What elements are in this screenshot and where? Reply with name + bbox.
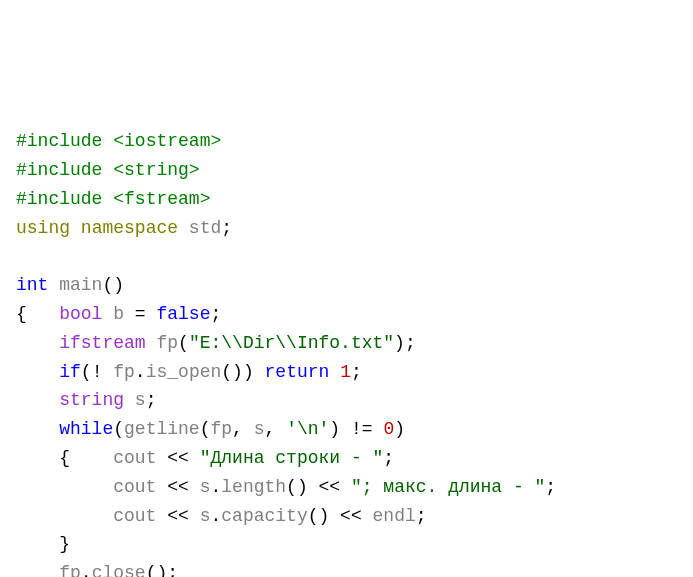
capacity-ident: capacity bbox=[221, 506, 307, 526]
string-literal-dlina: "Длина строки - " bbox=[200, 448, 384, 468]
fp-ident: fp bbox=[59, 563, 81, 577]
bool-kw: bool bbox=[59, 304, 102, 324]
punct-lparen: ( bbox=[200, 419, 211, 439]
ifstream-kw: ifstream bbox=[59, 333, 145, 353]
preproc-include: #include bbox=[16, 189, 102, 209]
punct-parens: () bbox=[308, 506, 330, 526]
isopen-ident: is_open bbox=[146, 362, 222, 382]
op-stream: << bbox=[156, 506, 199, 526]
punct-semi: ; bbox=[351, 362, 362, 382]
string-literal-maks: "; макс. длина - " bbox=[351, 477, 545, 497]
header-fstream: <fstream> bbox=[113, 189, 210, 209]
punct-semi: ; bbox=[146, 390, 157, 410]
punct-lbrace: { bbox=[16, 304, 27, 324]
op-stream: << bbox=[156, 477, 199, 497]
getline-ident: getline bbox=[124, 419, 200, 439]
punct-parens: () bbox=[286, 477, 308, 497]
punct-lparen: ( bbox=[81, 362, 92, 382]
code-block: #include <iostream> #include <string> #i… bbox=[16, 131, 556, 577]
punct-rparen: ) bbox=[394, 333, 405, 353]
endl-ident: endl bbox=[373, 506, 416, 526]
punct-semi: ; bbox=[210, 304, 221, 324]
punct-semi: ; bbox=[383, 448, 394, 468]
string-kw: string bbox=[59, 390, 124, 410]
punct-lbrace: { bbox=[59, 448, 70, 468]
op-ne: != bbox=[340, 419, 383, 439]
close-ident: close bbox=[92, 563, 146, 577]
punct-dot: . bbox=[210, 506, 221, 526]
op-stream: << bbox=[156, 448, 199, 468]
op-stream: << bbox=[329, 506, 372, 526]
s-ident: s bbox=[200, 506, 211, 526]
cout-ident: cout bbox=[113, 477, 156, 497]
punct-lparen: ( bbox=[113, 419, 124, 439]
fp-ident: fp bbox=[210, 419, 232, 439]
return-kw: return bbox=[265, 362, 330, 382]
punct-semi: ; bbox=[405, 333, 416, 353]
char-literal-nl: '\n' bbox=[286, 419, 329, 439]
punct-semi: ; bbox=[167, 563, 178, 577]
s-ident: s bbox=[254, 419, 265, 439]
if-kw: if bbox=[59, 362, 81, 382]
punct-rparen: ) bbox=[394, 419, 405, 439]
namespace-kw: namespace bbox=[81, 218, 178, 238]
cout-ident: cout bbox=[113, 506, 156, 526]
punct-semi: ; bbox=[545, 477, 556, 497]
header-iostream: <iostream> bbox=[113, 131, 221, 151]
main-ident: main bbox=[59, 275, 102, 295]
punct-semi: ; bbox=[416, 506, 427, 526]
fp-ident: fp bbox=[113, 362, 135, 382]
punct-rparen: ) bbox=[243, 362, 254, 382]
punct-dot: . bbox=[81, 563, 92, 577]
s-ident: s bbox=[200, 477, 211, 497]
b-ident: b bbox=[113, 304, 124, 324]
punct-lparen: ( bbox=[178, 333, 189, 353]
op-not: ! bbox=[92, 362, 114, 382]
punct-parens: () bbox=[221, 362, 243, 382]
num-one: 1 bbox=[340, 362, 351, 382]
punct-semi: ; bbox=[221, 218, 232, 238]
punct-comma: , bbox=[265, 419, 287, 439]
punct-dot: . bbox=[210, 477, 221, 497]
op-stream: << bbox=[308, 477, 351, 497]
op-eq: = bbox=[124, 304, 156, 324]
punct-rbrace: } bbox=[59, 534, 70, 554]
punct-parens: () bbox=[102, 275, 124, 295]
int-kw: int bbox=[16, 275, 48, 295]
punct-dot: . bbox=[135, 362, 146, 382]
fp-ident: fp bbox=[156, 333, 178, 353]
while-kw: while bbox=[59, 419, 113, 439]
punct-parens: () bbox=[146, 563, 168, 577]
num-zero: 0 bbox=[383, 419, 394, 439]
false-kw: false bbox=[156, 304, 210, 324]
punct-rparen: ) bbox=[329, 419, 340, 439]
std-ident: std bbox=[189, 218, 221, 238]
header-string: <string> bbox=[113, 160, 199, 180]
punct-comma: , bbox=[232, 419, 254, 439]
preproc-include: #include bbox=[16, 160, 102, 180]
preproc-include: #include bbox=[16, 131, 102, 151]
string-literal-path: "E:\\Dir\\Info.txt" bbox=[189, 333, 394, 353]
length-ident: length bbox=[221, 477, 286, 497]
cout-ident: cout bbox=[113, 448, 156, 468]
s-ident: s bbox=[135, 390, 146, 410]
using-kw: using bbox=[16, 218, 70, 238]
